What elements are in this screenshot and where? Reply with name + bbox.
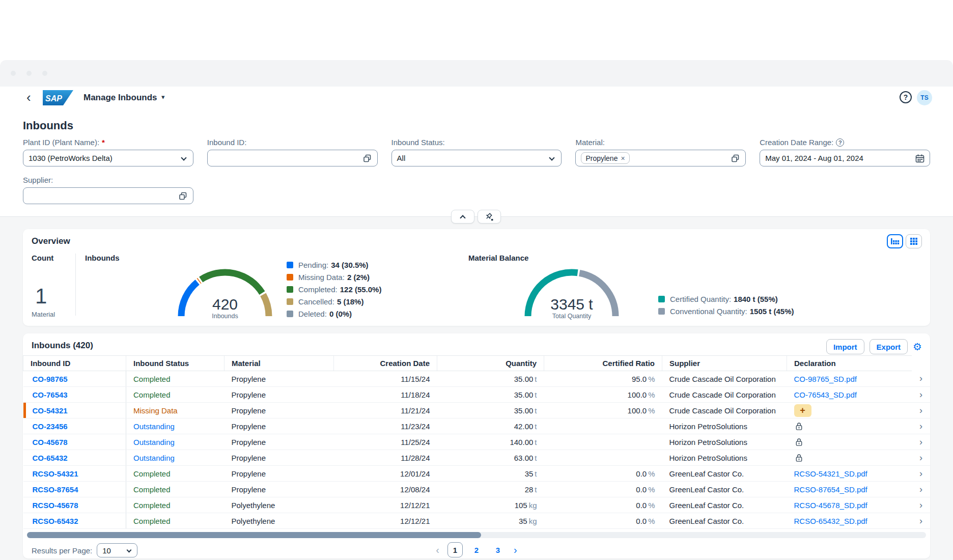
date-range-value: May 01, 2024 - Aug 01, 2024 bbox=[765, 154, 863, 162]
value-help-icon[interactable] bbox=[178, 191, 188, 203]
creation-date-cell: 11/21/24 bbox=[334, 403, 437, 418]
quantity-unit: t bbox=[535, 438, 537, 446]
column-header[interactable]: Inbound Status bbox=[126, 356, 225, 371]
calendar-icon[interactable] bbox=[915, 153, 925, 165]
pagination: ‹ 1 2 3 › bbox=[23, 542, 930, 557]
avatar[interactable]: TS bbox=[917, 90, 932, 105]
inbound-id-link[interactable]: RCSO-87654 bbox=[33, 485, 78, 494]
chart-view-toggle-icon[interactable] bbox=[887, 234, 903, 248]
inbound-id-link[interactable]: RCSO-45678 bbox=[33, 501, 78, 510]
table-row[interactable]: CO-98765 Completed Propylene 11/15/24 35… bbox=[23, 371, 931, 387]
app-title: Manage Inbounds bbox=[83, 93, 157, 103]
declaration-pdf-link[interactable]: CO-76543_SD.pdf bbox=[794, 390, 857, 399]
column-header[interactable]: Quantity bbox=[437, 356, 544, 371]
quantity-cell: 35kg bbox=[437, 513, 544, 529]
table-row[interactable]: CO-45678 Outstanding Propylene 11/25/24 … bbox=[23, 434, 931, 450]
date-range-input[interactable]: May 01, 2024 - Aug 01, 2024 bbox=[760, 150, 930, 166]
status-badge: Completed bbox=[133, 469, 171, 478]
row-chevron-icon[interactable]: › bbox=[912, 418, 931, 434]
table-row[interactable]: RCSO-87654 Completed Propylene 12/08/24 … bbox=[23, 482, 931, 497]
quantity-unit: t bbox=[535, 469, 537, 478]
creation-date-cell: 11/23/24 bbox=[334, 418, 437, 434]
row-chevron-icon[interactable]: › bbox=[912, 513, 931, 529]
inbound-id-link[interactable]: CO-45678 bbox=[33, 438, 68, 446]
token-remove-icon[interactable]: × bbox=[621, 154, 625, 162]
column-header[interactable]: Inbound ID bbox=[23, 356, 126, 371]
inbound-id-link[interactable]: CO-65432 bbox=[33, 454, 68, 462]
row-chevron-icon[interactable]: › bbox=[912, 497, 931, 513]
column-header[interactable]: Certified Ratio bbox=[544, 356, 662, 371]
svg-text:420: 420 bbox=[212, 296, 238, 313]
column-header[interactable]: Material bbox=[225, 356, 334, 371]
legend-item: Certified Quantity: 1840 t (55%) bbox=[658, 295, 794, 303]
certified-ratio-cell bbox=[544, 434, 662, 450]
declaration-pdf-link[interactable]: CO-98765_SD.pdf bbox=[794, 375, 857, 383]
table-row[interactable]: CO-65432 Outstanding Propylene 11/28/24 … bbox=[23, 450, 931, 466]
table-row[interactable]: CO-23456 Outstanding Propylene 11/23/24 … bbox=[23, 418, 931, 434]
app-title-caret-icon[interactable]: ▾ bbox=[161, 93, 165, 101]
page-button[interactable]: 3 bbox=[490, 542, 506, 557]
status-select[interactable]: All bbox=[391, 150, 562, 166]
question-help-icon[interactable]: ? bbox=[836, 138, 844, 147]
export-button[interactable]: Export bbox=[870, 339, 908, 354]
certified-ratio-cell: 100.0% bbox=[544, 403, 662, 418]
table-row[interactable]: RCSO-45678 Completed Polyethylene 12/12/… bbox=[23, 497, 931, 513]
declaration-pdf-link[interactable]: RCSO-87654_SD.pdf bbox=[794, 485, 867, 494]
inbound-id-link[interactable]: CO-76543 bbox=[33, 390, 68, 399]
inbound-id-link[interactable]: CO-54321 bbox=[33, 406, 68, 415]
collapse-filter-button[interactable] bbox=[451, 210, 474, 223]
column-header[interactable]: Declaration bbox=[787, 356, 912, 371]
table-row[interactable]: RCSO-65432 Completed Polyethylene 12/12/… bbox=[23, 513, 931, 529]
column-header[interactable]: Creation Date bbox=[334, 356, 437, 371]
value-help-icon[interactable] bbox=[362, 153, 373, 165]
inbound-id-link[interactable]: CO-23456 bbox=[33, 422, 68, 431]
filter-inbound-id: Inbound ID: bbox=[207, 138, 378, 166]
supplier-input[interactable] bbox=[23, 187, 193, 204]
value-help-icon[interactable] bbox=[730, 153, 741, 165]
inbounds-table: Inbound ID Inbound Status Material Creat… bbox=[23, 355, 931, 529]
declaration-pdf-link[interactable]: RCSO-65432_SD.pdf bbox=[794, 517, 867, 525]
row-chevron-icon[interactable]: › bbox=[912, 450, 931, 466]
row-chevron-icon[interactable]: › bbox=[912, 371, 931, 387]
pagination-next-icon[interactable]: › bbox=[512, 542, 519, 557]
back-button[interactable]: ‹ bbox=[26, 90, 31, 105]
legend-color-swatch bbox=[658, 308, 665, 315]
material-input[interactable]: Propylene × bbox=[575, 150, 746, 166]
certified-ratio-cell: 0.0% bbox=[544, 513, 662, 529]
horizontal-scrollbar-thumb[interactable] bbox=[27, 532, 481, 538]
row-chevron-icon[interactable]: › bbox=[912, 387, 931, 403]
row-chevron-icon[interactable]: › bbox=[912, 403, 931, 418]
ratio-unit: % bbox=[648, 485, 655, 494]
ratio-unit: % bbox=[648, 390, 655, 399]
material-cell: Propylene bbox=[225, 450, 334, 466]
column-header[interactable]: Supplier bbox=[662, 356, 787, 371]
inbound-id-link[interactable]: RCSO-65432 bbox=[33, 517, 78, 525]
table-row[interactable]: CO-76543 Completed Propylene 11/18/24 35… bbox=[23, 387, 931, 403]
pin-filter-button[interactable] bbox=[478, 210, 501, 223]
declaration-pdf-link[interactable]: RCSO-45678_SD.pdf bbox=[794, 501, 867, 510]
certified-ratio-cell bbox=[544, 418, 662, 434]
horizontal-scrollbar-track bbox=[27, 532, 926, 538]
inbound-id-link[interactable]: CO-98765 bbox=[33, 375, 68, 383]
supplier-cell: Horizon PetroSolutions bbox=[662, 450, 787, 466]
inbound-id-input[interactable] bbox=[207, 150, 378, 166]
table-row[interactable]: RCSO-54321 Completed Propylene 12/01/24 … bbox=[23, 466, 931, 482]
row-chevron-icon[interactable]: › bbox=[912, 466, 931, 482]
overview-card: Overview Count 1 Material Inbounds 420 I… bbox=[23, 229, 930, 326]
table-row[interactable]: CO-54321 Missing Data Propylene 11/21/24… bbox=[23, 403, 931, 418]
import-button[interactable]: Import bbox=[826, 339, 864, 354]
row-chevron-icon[interactable]: › bbox=[912, 482, 931, 497]
page-button[interactable]: 2 bbox=[469, 542, 484, 557]
plant-select[interactable]: 1030 (PetroWorks Delta) bbox=[23, 150, 193, 166]
help-icon[interactable]: ? bbox=[900, 91, 912, 103]
add-declaration-button[interactable]: + bbox=[794, 404, 811, 417]
table-view-toggle-icon[interactable] bbox=[906, 234, 922, 248]
row-chevron-icon[interactable]: › bbox=[912, 434, 931, 450]
settings-gear-icon[interactable]: ⚙ bbox=[913, 339, 922, 354]
page-title: Inbounds bbox=[23, 119, 73, 132]
inbound-id-link[interactable]: RCSO-54321 bbox=[33, 469, 78, 478]
pagination-prev-icon[interactable]: ‹ bbox=[434, 542, 441, 557]
filter-edge-buttons bbox=[451, 210, 501, 223]
page-button[interactable]: 1 bbox=[447, 542, 463, 557]
declaration-pdf-link[interactable]: RCSO-54321_SD.pdf bbox=[794, 469, 867, 478]
